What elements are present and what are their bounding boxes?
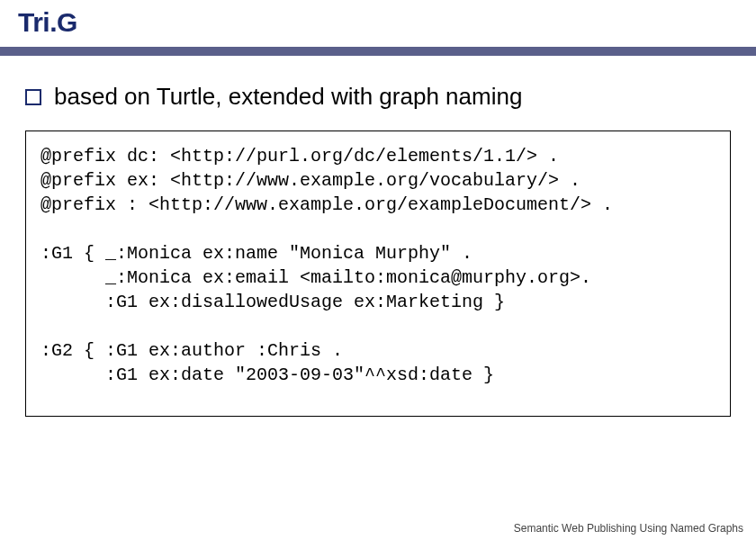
footer-text: Semantic Web Publishing Using Named Grap… <box>514 522 743 535</box>
square-bullet-icon <box>25 89 41 105</box>
code-box: @prefix dc: <http://purl.org/dc/elements… <box>25 130 731 417</box>
code-block: @prefix dc: <http://purl.org/dc/elements… <box>40 144 716 387</box>
slide-title: Tri.G <box>18 7 738 38</box>
bullet-text: based on Turtle, extended with graph nam… <box>54 83 522 111</box>
slide-body: based on Turtle, extended with graph nam… <box>0 56 756 417</box>
title-bar: Tri.G <box>0 0 756 43</box>
bullet-item: based on Turtle, extended with graph nam… <box>25 83 731 111</box>
slide: Tri.G based on Turtle, extended with gra… <box>0 0 756 540</box>
title-underline <box>0 47 756 56</box>
